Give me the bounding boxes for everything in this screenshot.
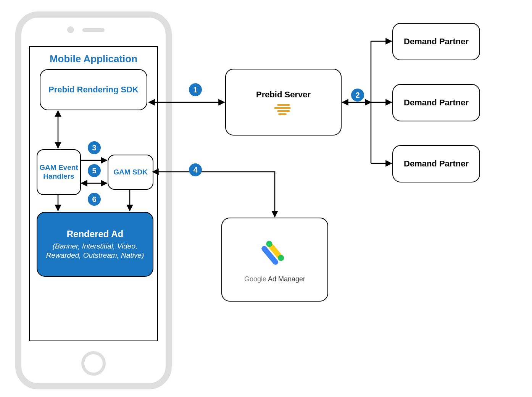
step-5-badge: 5 — [88, 164, 101, 177]
prebid-server-box: Prebid Server — [225, 69, 342, 136]
demand-partner-box-2: Demand Partner — [392, 84, 480, 121]
phone-speaker-icon — [82, 28, 105, 32]
demand-partner-1-label: Demand Partner — [404, 37, 469, 47]
gam-label-rest: Ad Manager — [266, 275, 305, 283]
prebid-logo-icon — [276, 104, 291, 115]
google-ad-manager-label: Google Ad Manager — [244, 275, 305, 283]
prebid-server-label: Prebid Server — [256, 90, 311, 100]
prebid-rendering-sdk-label: Prebid Rendering SDK — [48, 84, 139, 95]
gam-sdk-box: GAM SDK — [108, 155, 153, 190]
step-6-badge: 6 — [88, 193, 101, 206]
demand-partner-2-label: Demand Partner — [404, 98, 469, 108]
mobile-application-title: Mobile Application — [34, 53, 153, 65]
step-4-badge: 4 — [189, 163, 202, 176]
rendered-ad-box: Rendered Ad (Banner, Interstitial, Video… — [37, 212, 153, 277]
rendered-ad-subtitle: (Banner, Interstitial, Video, Rewarded, … — [43, 242, 147, 260]
demand-partner-box-3: Demand Partner — [392, 145, 480, 182]
gam-event-handlers-label: GAM Event Handlers — [37, 163, 80, 181]
step-2-badge: 2 — [351, 89, 364, 102]
demand-partner-box-1: Demand Partner — [392, 23, 480, 60]
step-1-badge: 1 — [189, 83, 202, 96]
step-3-badge: 3 — [88, 141, 101, 154]
google-ad-manager-logo-icon — [260, 236, 290, 268]
gam-sdk-label: GAM SDK — [113, 168, 148, 176]
google-ad-manager-box: Google Ad Manager — [221, 218, 328, 302]
gam-label-google: Google — [244, 275, 266, 283]
gam-event-handlers-box: GAM Event Handlers — [37, 149, 81, 195]
phone-home-button-icon — [81, 351, 106, 376]
prebid-rendering-sdk-box: Prebid Rendering SDK — [40, 69, 147, 110]
phone-camera-icon — [67, 26, 74, 33]
demand-partner-3-label: Demand Partner — [404, 159, 469, 169]
rendered-ad-title: Rendered Ad — [67, 229, 123, 239]
